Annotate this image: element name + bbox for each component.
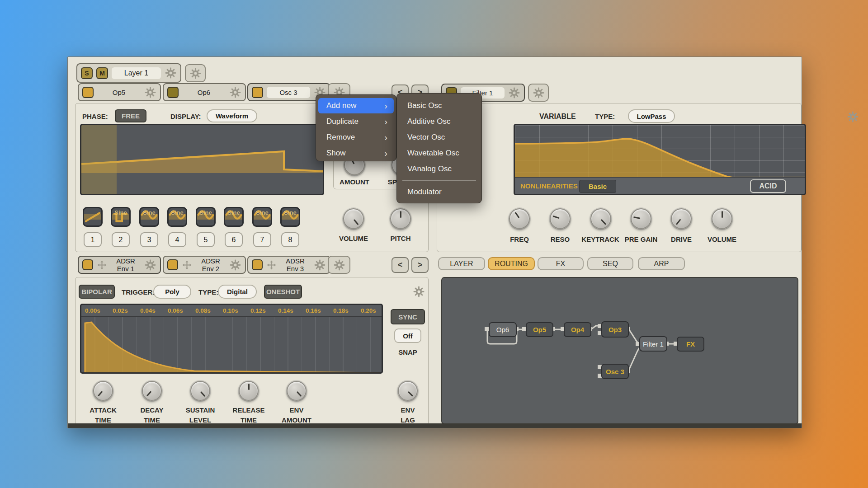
slot-button-8[interactable]: 8 (281, 232, 299, 247)
decay-knob[interactable] (142, 381, 162, 401)
gear-icon[interactable] (165, 67, 177, 79)
routing-node-op3[interactable]: Op3 (601, 321, 629, 338)
nonlinearity-basic-button[interactable]: Basic (579, 180, 616, 193)
gear-icon[interactable] (144, 259, 156, 271)
wave-slot-2-pulse[interactable]: Sine (111, 207, 131, 227)
wave-slot-8-sine[interactable]: Sine (280, 207, 300, 227)
env-tab-adsr3[interactable]: ADSR Env 3 (247, 256, 330, 274)
menu-item-duplicate[interactable]: Duplicate › (318, 114, 394, 129)
slot-button-3[interactable]: 3 (140, 232, 158, 247)
wave-slot-7-sine[interactable]: Sine (252, 207, 272, 227)
layer-tab[interactable]: S M Layer 1 (76, 63, 181, 83)
env-amount-knob[interactable] (287, 381, 307, 401)
filter-type-button[interactable]: LowPass (628, 109, 675, 123)
env-settings-button[interactable] (328, 256, 350, 274)
routing-node-osc3[interactable]: Osc 3 (601, 364, 629, 379)
slot-button-6[interactable]: 6 (225, 232, 243, 247)
wave-slot-1-saw[interactable] (83, 207, 103, 227)
submenu-item-vanalog-osc[interactable]: VAnalog Osc (399, 161, 479, 177)
slot-button-5[interactable]: 5 (197, 232, 215, 247)
gear-icon[interactable] (847, 111, 859, 123)
slot-button-1[interactable]: 1 (84, 232, 102, 247)
move-cross-icon[interactable] (182, 260, 192, 270)
submenu-item-wavetable-osc[interactable]: Wavetable Osc (399, 145, 479, 161)
gear-icon[interactable] (229, 259, 241, 271)
filter-volume-knob[interactable] (712, 208, 732, 229)
wave-slot-5-sine[interactable]: Sine (196, 207, 216, 227)
mute-button[interactable]: M (96, 67, 108, 79)
filter-response-display[interactable]: NONLINEARITIES Basic ACID (514, 124, 806, 195)
osc-color-swatch[interactable] (167, 87, 179, 98)
sync-toggle[interactable]: SYNC (391, 309, 425, 324)
env-color-swatch[interactable] (167, 259, 178, 270)
display-mode-button[interactable]: Waveform (207, 109, 257, 122)
routing-node-fx[interactable]: FX (677, 337, 704, 352)
routing-node-op4[interactable]: Op4 (564, 322, 591, 337)
slot-button-7[interactable]: 7 (253, 232, 271, 247)
submenu-item-vector-osc[interactable]: Vector Osc (399, 130, 479, 145)
menu-item-remove[interactable]: Remove › (318, 130, 394, 145)
osc-color-swatch[interactable] (82, 87, 94, 98)
env-tab-adsr2[interactable]: ADSR Env 2 (163, 256, 246, 274)
filter-settings-button[interactable] (528, 84, 549, 102)
filter-pregain-knob[interactable] (631, 208, 651, 229)
move-cross-icon[interactable] (266, 260, 277, 270)
env-next-button[interactable]: > (411, 257, 429, 273)
osc-tab-op6[interactable]: Op6 (163, 83, 246, 101)
osc-color-swatch[interactable] (252, 87, 263, 98)
menu-item-show[interactable]: Show › (318, 145, 394, 161)
submenu-item-basic-osc[interactable]: Basic Osc (399, 98, 479, 113)
gear-icon[interactable] (144, 86, 156, 99)
routing-node-op6[interactable]: Op6 (489, 322, 517, 337)
wave-slot-4-sine[interactable]: Sine (167, 207, 187, 227)
env-type-button[interactable]: Digital (218, 285, 257, 299)
bipolar-toggle[interactable]: BIPOLAR (79, 285, 115, 299)
routing-node-filter1[interactable]: Filter 1 (639, 336, 667, 352)
wave-slot-6-sine[interactable]: Sine (224, 207, 244, 227)
gear-icon[interactable] (229, 86, 241, 99)
label-line: LEVEL (189, 416, 211, 424)
env-prev-button[interactable]: < (392, 257, 409, 273)
oneshot-toggle[interactable]: ONESHOT (264, 285, 302, 299)
solo-button[interactable]: S (81, 67, 93, 79)
tab-routing-active[interactable]: ROUTING (488, 257, 535, 270)
phase-free-button[interactable]: FREE (115, 109, 146, 122)
submenu-item-modulator[interactable]: Modulator (399, 184, 479, 200)
osc-pitch-knob[interactable] (390, 208, 411, 229)
waveform-display[interactable] (80, 124, 324, 195)
wave-slot-3-sine[interactable]: Sine (139, 207, 159, 227)
filter-keytrack-knob[interactable] (590, 208, 611, 229)
env-color-swatch[interactable] (252, 259, 263, 270)
osc-volume-knob[interactable] (343, 208, 364, 229)
release-knob[interactable] (239, 381, 259, 401)
env-color-swatch[interactable] (82, 259, 93, 270)
submenu-item-additive-osc[interactable]: Additive Osc (399, 114, 479, 129)
gear-icon[interactable] (314, 259, 326, 271)
env-tab-adsr1-selected[interactable]: ADSR Env 1 (78, 256, 161, 274)
gear-icon[interactable] (508, 87, 520, 99)
sync-value-button[interactable]: Off (394, 328, 421, 343)
sustain-knob[interactable] (190, 381, 210, 401)
gear-icon[interactable] (413, 286, 425, 298)
trigger-mode-button[interactable]: Poly (153, 285, 191, 299)
osc-tab-op5[interactable]: Op5 (78, 83, 161, 101)
slot-button-2[interactable]: 2 (112, 232, 130, 247)
attack-knob[interactable] (93, 381, 113, 401)
routing-panel[interactable]: Op6 Op5 Op4 Op3 Filter 1 FX Osc 3 (441, 277, 798, 424)
acid-button[interactable]: ACID (750, 179, 786, 193)
slot-button-4[interactable]: 4 (168, 232, 186, 247)
move-cross-icon[interactable] (97, 260, 107, 270)
tab-fx[interactable]: FX (538, 257, 584, 270)
filter-drive-knob[interactable] (671, 208, 692, 229)
display-label: DISPLAY: (170, 113, 201, 120)
filter-freq-knob[interactable] (509, 208, 530, 229)
tab-seq[interactable]: SEQ (587, 257, 633, 270)
filter-reso-knob[interactable] (550, 208, 571, 229)
envelope-display[interactable]: 0.00s 0.02s 0.04s 0.06s 0.08s 0.10s 0.12… (80, 304, 383, 374)
tab-layer[interactable]: LAYER (438, 257, 485, 270)
routing-node-op5[interactable]: Op5 (526, 322, 553, 337)
env-lag-knob[interactable] (398, 381, 418, 401)
layer-settings-button[interactable] (185, 64, 206, 82)
menu-item-add-new[interactable]: Add new › (318, 98, 394, 113)
tab-arp[interactable]: ARP (638, 257, 685, 270)
